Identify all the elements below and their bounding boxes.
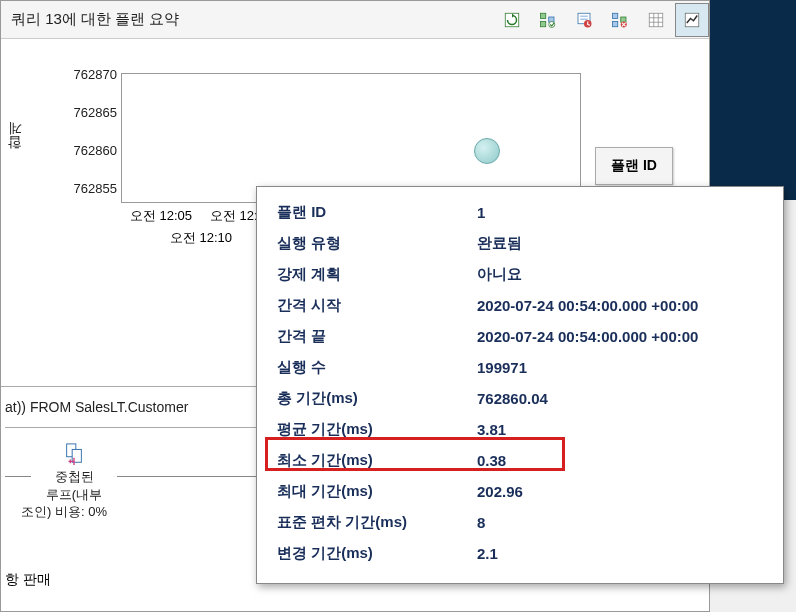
svg-rect-11 xyxy=(621,17,626,22)
plan-compare-button[interactable] xyxy=(531,3,565,37)
lower-panel: at)) FROM SalesLT.Customer 중첩된 루프(내부 조인)… xyxy=(1,386,271,529)
tooltip-row: 실행 유형완료됨 xyxy=(277,228,769,259)
force-plan-button[interactable] xyxy=(567,3,601,37)
data-point[interactable] xyxy=(474,138,500,164)
unforce-plan-button[interactable] xyxy=(603,3,637,37)
plan-compare-icon xyxy=(539,11,557,29)
plot-area[interactable] xyxy=(121,73,581,203)
node-label: 루프(내부 xyxy=(29,486,119,504)
sql-fragment: at)) FROM SalesLT.Customer xyxy=(5,395,267,427)
grid-icon xyxy=(647,11,665,29)
refresh-icon xyxy=(503,11,521,29)
grid-view-button[interactable] xyxy=(639,3,673,37)
svg-rect-9 xyxy=(613,13,618,18)
svg-rect-6 xyxy=(580,15,588,17)
y-tick: 762860 xyxy=(74,143,117,158)
tooltip-row: 최소 기간(ms)0.38 xyxy=(277,445,769,476)
tooltip-row: 간격 시작2020-07-24 00:54:00.000 +00:00 xyxy=(277,290,769,321)
refresh-button[interactable] xyxy=(495,3,529,37)
chart-view-button[interactable] xyxy=(675,3,709,37)
tooltip-row: 강제 계획아니요 xyxy=(277,259,769,290)
tooltip-row: 간격 끝2020-07-24 00:54:00.000 +00:00 xyxy=(277,321,769,352)
y-tick: 762865 xyxy=(74,105,117,120)
data-tooltip: 플랜 ID1 실행 유형완료됨 강제 계획아니요 간격 시작2020-07-24… xyxy=(256,186,784,584)
toolbar xyxy=(495,3,709,37)
svg-rect-1 xyxy=(541,13,546,18)
tooltip-row: 최대 기간(ms)202.96 xyxy=(277,476,769,507)
tooltip-row: 표준 편차 기간(ms)8 xyxy=(277,507,769,538)
svg-rect-10 xyxy=(613,21,618,26)
chart-icon xyxy=(683,11,701,29)
y-axis-label: 합계 xyxy=(5,131,23,159)
tooltip-row: 총 기간(ms)762860.04 xyxy=(277,383,769,414)
svg-rect-7 xyxy=(580,18,588,20)
y-tick: 762870 xyxy=(74,67,117,82)
tooltip-row: 평균 기간(ms)3.81 xyxy=(277,414,769,445)
svg-rect-13 xyxy=(649,13,663,27)
tooltip-row: 변경 기간(ms)2.1 xyxy=(277,538,769,569)
tooltip-row: 실행 수199971 xyxy=(277,352,769,383)
legend: 플랜 ID xyxy=(595,147,673,185)
node-label: 중첩된 xyxy=(29,468,119,486)
unforce-plan-icon xyxy=(611,11,629,29)
window-title: 쿼리 13에 대한 플랜 요약 xyxy=(11,10,179,29)
plan-node[interactable]: 중첩된 루프(내부 조인) 비용: 0% xyxy=(29,442,119,521)
svg-rect-2 xyxy=(541,21,546,26)
y-tick: 762855 xyxy=(74,181,117,196)
bottom-fragment: 항 판매 xyxy=(1,571,51,589)
force-plan-icon xyxy=(575,11,593,29)
nested-loop-icon xyxy=(63,442,85,466)
execution-plan-diagram: 중첩된 루프(내부 조인) 비용: 0% xyxy=(5,442,267,521)
tooltip-row: 플랜 ID1 xyxy=(277,197,769,228)
titlebar: 쿼리 13에 대한 플랜 요약 xyxy=(1,1,709,39)
node-label: 조인) 비용: 0% xyxy=(9,503,119,521)
